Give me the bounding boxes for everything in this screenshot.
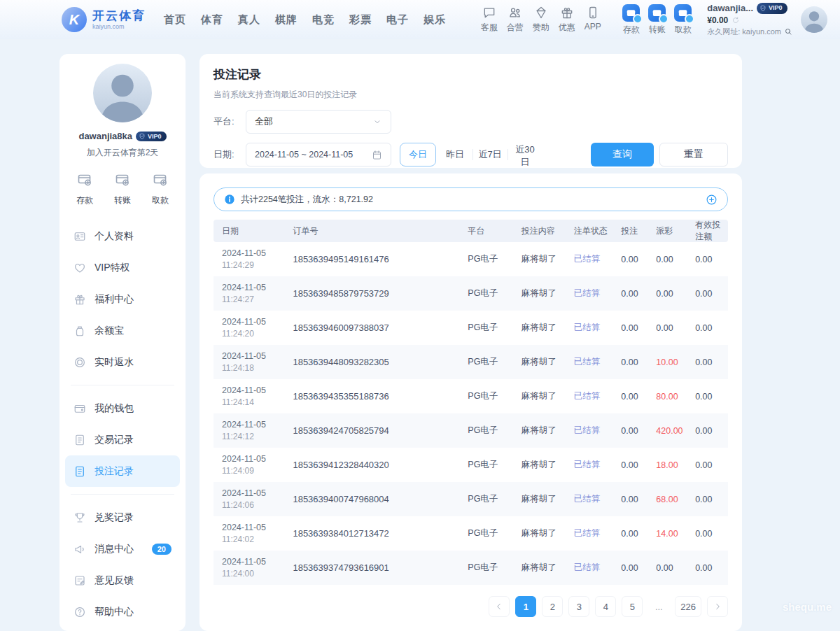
- header-avatar[interactable]: [801, 6, 827, 33]
- page-button-5[interactable]: 5: [622, 596, 643, 617]
- cell-platform: PG电子: [459, 562, 512, 574]
- header-wallet-withdraw-card[interactable]: 取款: [670, 4, 696, 36]
- menu-divider: [71, 494, 174, 495]
- platform-select[interactable]: 全部: [246, 110, 391, 134]
- sidebar-item-rebate[interactable]: 实时返水: [65, 346, 180, 378]
- sidebar-item-label: 投注记录: [94, 465, 134, 478]
- sidebar-item-feedback[interactable]: 意见反馈: [65, 565, 180, 596]
- cell-bet-content: 麻将胡了: [513, 390, 566, 402]
- date-range-input[interactable]: 2024-11-05 ~ 2024-11-05: [246, 143, 391, 166]
- page-next-button[interactable]: [707, 596, 728, 617]
- cell-bet-content: 麻将胡了: [513, 288, 566, 299]
- query-button[interactable]: 查询: [591, 143, 654, 166]
- header-quick-gift[interactable]: 优惠: [554, 6, 580, 34]
- summary-bar: 共计2254笔投注，流水：8,721.92: [214, 187, 728, 211]
- cell-status: 已结算: [566, 253, 613, 265]
- sidebar-item-vip[interactable]: VIP特权: [65, 252, 180, 283]
- records-card: 共计2254笔投注，流水：8,721.92 日期订单号平台投注内容注单状态投注派…: [200, 173, 742, 631]
- cell-bet-amount: 0.00: [612, 460, 648, 470]
- page-prev-button[interactable]: [489, 596, 510, 617]
- page: K 开云体育 kaiyun.com 首页体育真人棋牌电竞彩票电子娱乐 客服合营赞…: [0, 0, 840, 631]
- header-quick-diamond[interactable]: 赞助: [528, 6, 554, 34]
- sidebar-item-help[interactable]: 帮助中心: [65, 596, 180, 628]
- cell-platform: PG电子: [459, 493, 512, 505]
- site-url: 永久网址: kaiyun.com: [707, 27, 781, 36]
- reset-button[interactable]: 重置: [659, 143, 728, 166]
- cell-valid-amount: 0.00: [687, 255, 728, 264]
- cell-order: 1853639374793616901: [284, 562, 459, 573]
- sidebar-item-id-card[interactable]: 个人资料: [65, 220, 180, 252]
- page-button-226[interactable]: 226: [675, 596, 701, 617]
- sidebar-item-yuebao[interactable]: 余额宝: [65, 315, 180, 346]
- cell-platform: PG电子: [459, 459, 512, 471]
- column-header: 日期: [214, 225, 284, 237]
- cell-payout: 0.00: [648, 289, 687, 299]
- nav-item-电子[interactable]: 电子: [386, 13, 409, 27]
- header-quick-people[interactable]: 合营: [502, 6, 528, 34]
- table-row: 2024-11-0511:24:141853639435355188736PG电…: [214, 379, 728, 413]
- join-days-text: 加入开云体育第2天: [59, 147, 186, 159]
- cell-valid-amount: 0.00: [687, 460, 728, 470]
- cell-status: 已结算: [566, 425, 613, 437]
- nav-item-电竞[interactable]: 电竞: [312, 13, 335, 27]
- quick-action-deposit[interactable]: 存款: [76, 171, 93, 206]
- quick-action-withdraw[interactable]: 取款: [152, 171, 169, 206]
- cell-status: 已结算: [566, 288, 613, 299]
- header-wallet-deposit-card[interactable]: 存款: [618, 4, 644, 36]
- pagination: 12345...226: [214, 596, 728, 617]
- cell-bet-amount: 0.00: [612, 357, 648, 367]
- sidebar-item-transactions[interactable]: 交易记录: [65, 424, 180, 455]
- page-button-2[interactable]: 2: [542, 596, 563, 617]
- diamond-icon: [534, 6, 548, 20]
- sidebar-item-prize[interactable]: 兑奖记录: [65, 502, 180, 533]
- vip-icon: [74, 262, 86, 274]
- calendar-icon: [372, 150, 382, 160]
- nav-item-彩票[interactable]: 彩票: [349, 13, 372, 27]
- page-button-4[interactable]: 4: [595, 596, 616, 617]
- cell-date: 2024-11-0511:24:27: [214, 283, 284, 304]
- date-label: 日期:: [214, 148, 246, 161]
- nav-item-娱乐[interactable]: 娱乐: [424, 13, 446, 27]
- brand-domain: kaiyun.com: [92, 23, 146, 30]
- table-row: 2024-11-0511:24:181853639448093282305PG电…: [214, 345, 728, 379]
- cell-status: 已结算: [566, 459, 613, 471]
- profile-avatar[interactable]: [93, 64, 152, 122]
- search-icon[interactable]: [784, 27, 792, 36]
- sidebar-item-wallet[interactable]: 我的钱包: [65, 392, 180, 424]
- balance: ¥0.00: [707, 15, 728, 27]
- cell-valid-amount: 0.00: [687, 495, 728, 504]
- nav-item-棋牌[interactable]: 棋牌: [275, 13, 298, 27]
- header-quick-chat[interactable]: 客服: [476, 6, 502, 34]
- sidebar-item-bets[interactable]: 投注记录: [65, 455, 180, 487]
- nav-item-真人[interactable]: 真人: [238, 13, 260, 27]
- cell-bet-amount: 0.00: [612, 563, 648, 573]
- header-wallet-transfer-card[interactable]: 转账: [644, 4, 670, 36]
- page-button-1[interactable]: 1: [515, 596, 536, 617]
- expand-plus-icon[interactable]: [706, 194, 718, 206]
- brand-logo[interactable]: K 开云体育 kaiyun.com: [62, 7, 146, 32]
- column-header: 注单状态: [566, 225, 613, 237]
- range-button-近30日[interactable]: 近30日: [507, 143, 542, 166]
- range-button-昨日[interactable]: 昨日: [438, 143, 472, 166]
- header-wallet-group: 存款转账取款: [618, 4, 696, 36]
- sidebar-item-label: VIP特权: [94, 262, 130, 274]
- cell-order: 1853639495149161476: [284, 254, 459, 264]
- shield-check-icon: [760, 5, 766, 12]
- cell-bet-content: 麻将胡了: [513, 425, 566, 437]
- nav-item-体育[interactable]: 体育: [201, 13, 223, 27]
- page-button-3[interactable]: 3: [568, 596, 589, 617]
- range-button-今日[interactable]: 今日: [400, 143, 436, 166]
- sidebar-item-welfare[interactable]: 福利中心: [65, 283, 180, 315]
- quick-action-transfer[interactable]: 转账: [114, 171, 131, 206]
- table-body: 2024-11-0511:24:291853639495149161476PG电…: [214, 242, 728, 585]
- range-button-近7日[interactable]: 近7日: [472, 143, 507, 166]
- cell-date: 2024-11-0511:24:29: [214, 248, 284, 270]
- sidebar-item-message[interactable]: 消息中心20: [65, 533, 180, 565]
- cell-valid-amount: 0.00: [687, 426, 728, 436]
- refresh-icon[interactable]: [732, 16, 740, 24]
- header-quick-phone[interactable]: APP: [580, 6, 606, 34]
- profile-username: dawanjia8ka: [78, 131, 132, 141]
- table-row: 2024-11-0511:24:061853639400747968004PG电…: [214, 482, 728, 516]
- nav-item-首页[interactable]: 首页: [164, 13, 186, 27]
- table-row: 2024-11-0511:24:021853639384012713472PG电…: [214, 516, 728, 551]
